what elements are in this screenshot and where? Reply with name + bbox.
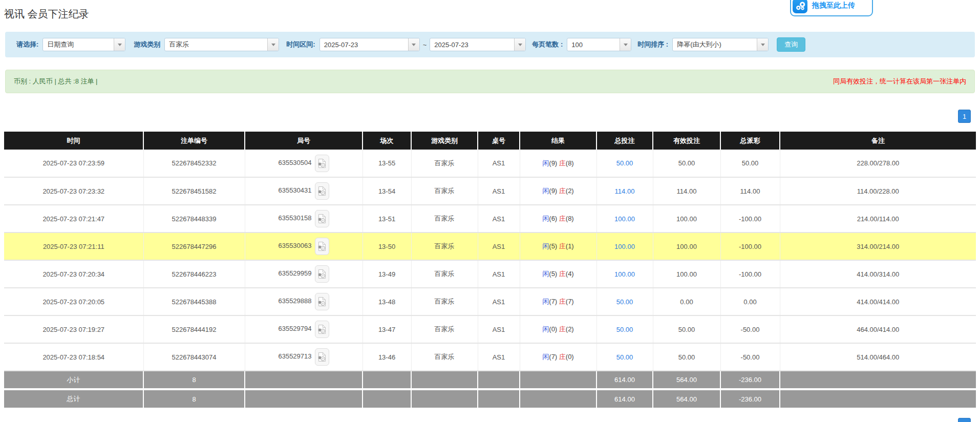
- footer-empty: [245, 390, 363, 408]
- footer-payout: -236.00: [720, 390, 780, 408]
- date-to-value: 2025-07-23: [430, 38, 514, 51]
- cell-session: 13-46: [363, 343, 411, 371]
- cell-result: 闲(7) 庄(0): [520, 343, 596, 371]
- result-banker: 庄: [559, 215, 566, 222]
- footer-empty: [780, 371, 976, 388]
- result-banker-score: (8): [566, 215, 574, 222]
- video-file-icon[interactable]: [315, 348, 329, 366]
- cell-payout: -100.00: [720, 260, 780, 288]
- video-file-icon[interactable]: [315, 182, 329, 200]
- upload-label: 拖拽至此上传: [812, 1, 855, 10]
- cell-time: 2025-07-23 07:21:47: [4, 205, 143, 233]
- cell-total-bet: 100.00: [596, 205, 653, 233]
- bet-records-table-wrap: 时间 注单编号 局号 场次 游戏类别 桌号 结果 总投注 有效投注 总派彩 备注…: [4, 132, 976, 408]
- cell-session: 13-47: [363, 315, 411, 343]
- cell-round: 635529959: [245, 260, 363, 288]
- video-file-icon[interactable]: [315, 238, 329, 255]
- bet-records-table: 时间 注单编号 局号 场次 游戏类别 桌号 结果 总投注 有效投注 总派彩 备注…: [4, 132, 976, 408]
- chevron-down-icon[interactable]: [620, 38, 631, 51]
- video-file-icon[interactable]: [315, 265, 329, 283]
- cell-round: 635530063: [245, 233, 363, 260]
- cell-note: 314.00/214.00: [780, 233, 976, 260]
- cell-valid-bet: 100.00: [653, 205, 720, 233]
- col-header-game: 游戏类别: [411, 132, 478, 150]
- date-to-select[interactable]: 2025-07-23: [430, 38, 526, 51]
- cell-payout: -100.00: [720, 233, 780, 260]
- cell-note: 414.00/314.00: [780, 260, 976, 288]
- page-size-select[interactable]: 100: [567, 38, 631, 51]
- cell-round: 635530158: [245, 205, 363, 233]
- subtotal-row: 小计8614.00564.00-236.00: [4, 371, 976, 388]
- chevron-down-icon[interactable]: [757, 38, 768, 51]
- result-player-score: (9): [549, 159, 557, 167]
- cell-round: 635529713: [245, 343, 363, 371]
- query-type-select[interactable]: 日期查询: [42, 38, 125, 51]
- total-bet-link[interactable]: 50.00: [616, 353, 633, 361]
- total-bet-link[interactable]: 50.00: [616, 326, 633, 333]
- video-file-icon[interactable]: [315, 155, 329, 172]
- pagination-page-1-top[interactable]: 1: [958, 110, 971, 123]
- betting-records-page: 视讯 会员下注纪录 拖拽至此上传 请选择: 日期查询 游戏类别 百家乐 时间区间…: [0, 0, 980, 422]
- table-row: 2025-07-23 07:23:59522678452332635530504…: [4, 150, 976, 177]
- cell-table: AS1: [478, 205, 520, 233]
- footer-valid-bet: 564.00: [653, 371, 720, 388]
- result-banker-score: (2): [566, 187, 574, 195]
- chevron-down-icon[interactable]: [267, 38, 279, 51]
- cell-total-bet: 100.00: [596, 260, 653, 288]
- date-from-value: 2025-07-23: [320, 38, 408, 51]
- chevron-down-icon[interactable]: [514, 38, 525, 51]
- total-bet-link[interactable]: 100.00: [614, 270, 635, 278]
- video-file-icon[interactable]: [315, 210, 329, 227]
- result-player-score: (5): [549, 242, 557, 250]
- total-bet-link[interactable]: 100.00: [614, 215, 635, 223]
- col-header-note: 备注: [780, 132, 976, 150]
- cell-table: AS1: [478, 233, 520, 260]
- chevron-down-icon[interactable]: [114, 38, 125, 51]
- cell-bet-id: 522678446223: [143, 260, 245, 288]
- result-banker: 庄: [559, 187, 566, 195]
- footer-empty: [478, 390, 520, 408]
- footer-empty: [363, 371, 411, 388]
- total-bet-link[interactable]: 50.00: [616, 159, 633, 167]
- pagination-page-1-bottom[interactable]: 1: [958, 418, 971, 422]
- result-player-score: (7): [549, 353, 557, 361]
- video-file-icon[interactable]: [315, 293, 329, 310]
- cell-total-bet: 50.00: [596, 288, 653, 315]
- col-header-total-bet: 总投注: [596, 132, 653, 150]
- cell-payout: 0.00: [720, 288, 780, 315]
- cell-time: 2025-07-23 07:23:32: [4, 177, 143, 205]
- cell-valid-bet: 100.00: [653, 260, 720, 288]
- search-button[interactable]: 查询: [777, 37, 805, 52]
- cell-round: 635530504: [245, 150, 363, 177]
- valid-bet-note: 同局有效投注，统一计算在该局第一张注单内: [833, 77, 966, 86]
- cell-game: 百家乐: [411, 150, 478, 177]
- currency-total-text: 币别 : 人民币 | 总共 :8 注单 |: [14, 77, 98, 86]
- cell-time: 2025-07-23 07:19:27: [4, 315, 143, 343]
- cell-round: 635530431: [245, 177, 363, 205]
- total-bet-link[interactable]: 50.00: [616, 298, 633, 306]
- chevron-down-icon[interactable]: [408, 38, 419, 51]
- footer-empty: [411, 390, 478, 408]
- cell-note: 514.00/464.00: [780, 343, 976, 371]
- cell-result: 闲(0) 庄(2): [520, 315, 596, 343]
- footer-empty: [411, 371, 478, 388]
- cell-total-bet: 100.00: [596, 233, 653, 260]
- total-bet-link[interactable]: 100.00: [614, 243, 635, 250]
- round-number: 635529713: [278, 352, 311, 360]
- cell-result: 闲(5) 庄(4): [520, 260, 596, 288]
- game-category-select[interactable]: 百家乐: [164, 38, 279, 51]
- date-from-select[interactable]: 2025-07-23: [319, 38, 420, 51]
- time-sort-select[interactable]: 降幂(由大到小): [672, 38, 769, 51]
- drag-upload-dropzone[interactable]: 拖拽至此上传: [790, 0, 873, 16]
- round-number: 635529794: [278, 325, 311, 332]
- cell-time: 2025-07-23 07:23:59: [4, 150, 143, 177]
- cell-game: 百家乐: [411, 343, 478, 371]
- total-bet-link[interactable]: 114.00: [615, 187, 635, 195]
- cell-table: AS1: [478, 150, 520, 177]
- col-header-bet-id: 注单编号: [143, 132, 245, 150]
- video-file-icon[interactable]: [315, 321, 329, 338]
- cell-result: 闲(7) 庄(7): [520, 288, 596, 315]
- result-player: 闲: [542, 270, 549, 278]
- cell-payout: 50.00: [720, 150, 780, 177]
- cell-note: 228.00/278.00: [780, 150, 976, 177]
